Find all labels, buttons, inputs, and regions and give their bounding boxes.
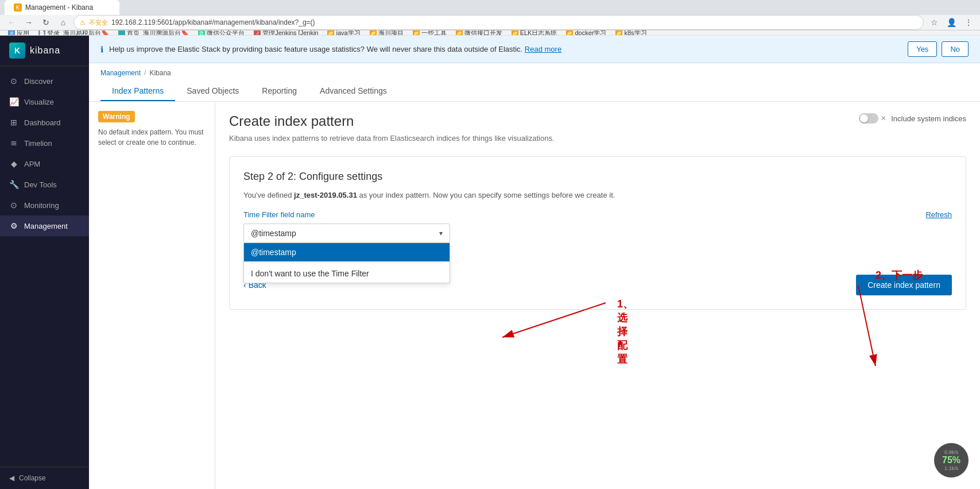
refresh-nav-button[interactable]: ↻ xyxy=(39,16,53,29)
refresh-link[interactable]: Refresh xyxy=(925,210,952,219)
bookmark-nav-button[interactable]: ☆ xyxy=(927,16,941,29)
browser-tabs: K Management - Kibana xyxy=(0,0,980,15)
bookmark-apps[interactable]: ⊞ 应用 xyxy=(5,30,33,36)
dropdown-option-no-filter-label: I don't want to use the Time Filter xyxy=(251,269,369,278)
sidebar-item-dashboard-label: Dashboard xyxy=(24,118,61,127)
step-desc-suffix: as your index pattern. Now you can speci… xyxy=(359,191,615,199)
step-card: Step 2 of 2: Configure settings You've d… xyxy=(229,156,966,310)
content-area: Warning No default index pattern. You mu… xyxy=(89,102,980,489)
browser-tab-active[interactable]: K Management - Kibana xyxy=(5,0,119,15)
bookmark-hc-project[interactable]: 📁 海川项目 xyxy=(366,30,407,36)
step-index-pattern: jz_test-2019.05.31 xyxy=(294,191,357,199)
url-text: 192.168.2.119:5601/app/kibana#/managemen… xyxy=(111,18,315,26)
notification-yes-button[interactable]: Yes xyxy=(908,41,937,57)
page-header: Management / Kibana Index Patterns Saved… xyxy=(89,63,980,102)
bookmark-wechat[interactable]: 微 微信公众平台 xyxy=(195,30,248,36)
bookmark-elk[interactable]: 📁 ELK日志系统 xyxy=(508,30,561,36)
bookmark-haichuan-label: 首页_海川溯源后台🔖 xyxy=(127,30,189,36)
haichuan-bookmark-icon: 🌐 xyxy=(118,30,125,36)
tab-reporting-label: Reporting xyxy=(262,86,297,95)
tools-bookmark-icon: 📁 xyxy=(413,30,420,36)
bookmark-elk-label: ELK日志系统 xyxy=(520,30,557,36)
url-bar[interactable]: ⚠ 不安全 192.168.2.119:5601/app/kibana#/man… xyxy=(73,15,924,30)
collapse-button[interactable]: ◀ Collapse xyxy=(9,474,80,482)
management-icon: ⚙ xyxy=(9,221,18,230)
sidebar-item-monitoring-label: Monitoring xyxy=(24,201,59,210)
toggle-switch-system-indices[interactable] xyxy=(859,113,878,124)
panel-header: Create index pattern ✕ Include system in… xyxy=(229,113,966,129)
tab-reporting[interactable]: Reporting xyxy=(250,82,308,101)
bookmark-denglu[interactable]: 📄 登录_海川易税后台🔖 xyxy=(35,30,113,36)
dropdown-option-timestamp[interactable]: @timestamp xyxy=(244,243,450,261)
tab-index-patterns[interactable]: Index Patterns xyxy=(100,82,175,101)
sidebar-item-devtools[interactable]: 🔧 Dev Tools xyxy=(0,174,89,195)
sidebar-nav: ⊙ Discover 📈 Visualize ⊞ Dashboard ≋ Tim… xyxy=(0,66,89,467)
sidebar-bottom: ◀ Collapse xyxy=(0,467,89,489)
warning-badge: Warning xyxy=(98,111,135,122)
notification-info-icon: ℹ xyxy=(100,45,103,54)
forward-nav-button[interactable]: → xyxy=(22,16,36,29)
bookmark-k8s-label: k8s学习 xyxy=(624,30,646,36)
security-icon: ⚠ xyxy=(80,19,86,26)
sidebar-item-dashboard[interactable]: ⊞ Dashboard xyxy=(0,112,89,133)
bookmark-docker[interactable]: 📁 docker学习 xyxy=(563,30,610,36)
notification-read-more-link[interactable]: Read more xyxy=(525,45,561,53)
sidebar-item-timelion-label: Timelion xyxy=(24,139,52,148)
sidebar-item-management-label: Management xyxy=(24,222,68,230)
timelion-icon: ≋ xyxy=(9,138,18,148)
upload-speed: 0.9k/s xyxy=(944,449,958,455)
dropdown-selected-value: @timestamp xyxy=(251,229,296,238)
breadcrumb-kibana-text: Kibana xyxy=(149,69,171,77)
create-index-pattern-button[interactable]: Create index pattern xyxy=(856,275,952,295)
security-label: 不安全 xyxy=(89,18,108,27)
bookmark-k8s[interactable]: 📁 k8s学习 xyxy=(612,30,650,36)
apm-icon: ◆ xyxy=(9,159,18,168)
dropdown-option-no-filter[interactable]: I don't want to use the Time Filter xyxy=(244,264,450,283)
dropdown-select-timestamp[interactable]: @timestamp ▾ xyxy=(243,224,450,243)
bookmarks-bar: ⊞ 应用 📄 登录_海川易税后台🔖 🌐 首页_海川溯源后台🔖 微 微信公众平台 … xyxy=(0,30,980,36)
collapse-label: Collapse xyxy=(19,474,46,482)
bookmark-jenkins[interactable]: J 管理Jenkins [Jenkin xyxy=(250,30,321,36)
sidebar-item-visualize[interactable]: 📈 Visualize xyxy=(0,91,89,112)
breadcrumb-management-link[interactable]: Management xyxy=(100,69,141,77)
download-speed: 1.1k/s xyxy=(944,465,958,471)
java-bookmark-icon: 📁 xyxy=(327,30,334,36)
back-nav-button[interactable]: ← xyxy=(5,16,18,29)
extension-nav-button[interactable]: ⋮ xyxy=(962,16,975,29)
sidebar: K kibana ⊙ Discover 📈 Visualize ⊞ Dashbo… xyxy=(0,36,89,489)
notification-text: Help us improve the Elastic Stack by pro… xyxy=(109,45,902,53)
bookmark-tools[interactable]: 📁 一些工具 xyxy=(409,30,450,36)
breadcrumb-separator: / xyxy=(144,69,146,77)
monitoring-icon: ⊙ xyxy=(9,201,18,210)
main-panel: Create index pattern ✕ Include system in… xyxy=(215,102,980,489)
tab-saved-objects-label: Saved Objects xyxy=(187,86,239,95)
bookmark-wechat-label: 微信公众平台 xyxy=(207,30,245,36)
app-container: K kibana ⊙ Discover 📈 Visualize ⊞ Dashbo… xyxy=(0,36,980,489)
bookmark-haichuan[interactable]: 🌐 首页_海川溯源后台🔖 xyxy=(115,30,192,36)
sidebar-item-apm[interactable]: ◆ APM xyxy=(0,153,89,174)
notification-actions: Yes No xyxy=(908,41,969,57)
denglu-bookmark-icon: 📄 xyxy=(38,30,45,36)
bookmark-apps-label: 应用 xyxy=(17,30,29,36)
dropdown-wrapper: @timestamp ▾ @timestamp I don't want to … xyxy=(243,224,952,243)
discover-icon: ⊙ xyxy=(9,76,18,86)
account-nav-button[interactable]: 👤 xyxy=(944,16,958,29)
home-nav-button[interactable]: ⌂ xyxy=(56,16,70,29)
system-indices-toggle[interactable]: ✕ Include system indices xyxy=(859,113,966,124)
sidebar-item-discover[interactable]: ⊙ Discover xyxy=(0,71,89,91)
bookmark-wechat-api[interactable]: 📁 微信接口开发 xyxy=(452,30,506,36)
tab-advanced-settings[interactable]: Advanced Settings xyxy=(308,82,398,101)
notification-banner: ℹ Help us improve the Elastic Stack by p… xyxy=(89,36,980,63)
tab-saved-objects[interactable]: Saved Objects xyxy=(175,82,250,101)
notification-no-button[interactable]: No xyxy=(942,41,969,57)
step-title: Step 2 of 2: Configure settings xyxy=(243,171,952,183)
kibana-logo-icon: K xyxy=(9,43,25,59)
dropdown-menu: @timestamp I don't want to use the Time … xyxy=(243,243,450,283)
network-indicator: 0.9k/s 75% 1.1k/s xyxy=(934,443,969,478)
bookmark-tools-label: 一些工具 xyxy=(421,30,447,36)
sidebar-item-timelion[interactable]: ≋ Timelion xyxy=(0,133,89,153)
sidebar-item-monitoring[interactable]: ⊙ Monitoring xyxy=(0,195,89,215)
sidebar-item-management[interactable]: ⚙ Management xyxy=(0,215,89,236)
bookmark-java[interactable]: 📁 java学习 xyxy=(324,30,363,36)
sidebar-item-discover-label: Discover xyxy=(24,77,53,86)
